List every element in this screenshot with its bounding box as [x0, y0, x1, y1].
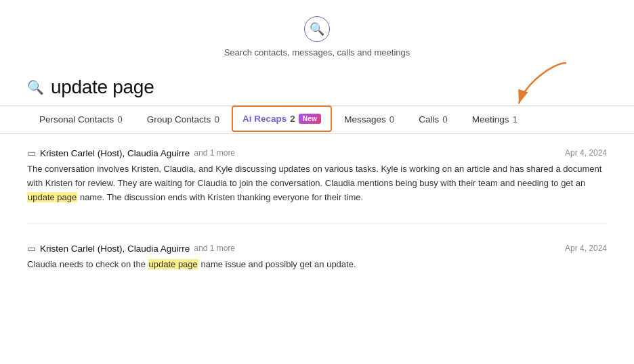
tab-personal-count: 0	[117, 114, 123, 124]
tab-calls[interactable]: Calls 0	[406, 106, 460, 134]
tab-ai-count: 2	[290, 114, 295, 124]
tab-messages[interactable]: Messages 0	[332, 106, 406, 134]
result-more: and 1 more	[194, 148, 235, 158]
body-highlight: update page	[148, 259, 198, 269]
result-item: ▭ Kristen Carlel (Host), Claudia Aguirre…	[27, 147, 607, 204]
result-date: Apr 4, 2024	[565, 148, 607, 158]
new-badge: New	[299, 114, 321, 124]
search-bar-icon: 🔍	[27, 79, 44, 95]
search-icon-circle: 🔍	[304, 16, 330, 42]
video-icon: ▭	[27, 147, 36, 158]
top-search-section: 🔍 Search contacts, messages, calls and m…	[0, 0, 634, 76]
result-more: and 1 more	[194, 244, 235, 253]
result-title-row: ▭ Kristen Carlel (Host), Claudia Aguirre…	[27, 243, 235, 254]
search-query-text: update page	[51, 76, 154, 98]
search-icon: 🔍	[310, 22, 324, 37]
result-divider	[27, 223, 607, 224]
result-date: Apr 4, 2024	[565, 244, 607, 253]
tab-calls-label: Calls	[419, 114, 439, 124]
result-title-row: ▭ Kristen Carlel (Host), Claudia Aguirre…	[27, 147, 235, 158]
tab-messages-label: Messages	[344, 114, 386, 124]
tab-personal-label: Personal Contacts	[39, 114, 114, 124]
body-highlight: update page	[27, 192, 77, 202]
result-body: The conversation involves Kristen, Claud…	[27, 162, 607, 204]
result-item: ▭ Kristen Carlel (Host), Claudia Aguirre…	[27, 243, 607, 272]
body-after: name issue and possibly get an update.	[198, 259, 356, 269]
result-name: Kristen Carlel (Host), Claudia Aguirre	[40, 244, 190, 254]
result-body: Claudia needs to check on the update pag…	[27, 258, 607, 272]
result-header: ▭ Kristen Carlel (Host), Claudia Aguirre…	[27, 243, 607, 254]
tab-group-count: 0	[214, 114, 219, 124]
body-before: Claudia needs to check on the	[27, 259, 148, 269]
tab-meetings-count: 1	[513, 114, 518, 124]
tabs-row: Personal Contacts 0 Group Contacts 0 Ai …	[0, 106, 634, 134]
tab-ai-recaps[interactable]: Ai Recaps 2 New	[232, 106, 332, 132]
tab-calls-count: 0	[442, 114, 448, 124]
tab-personal-contacts[interactable]: Personal Contacts 0	[27, 106, 135, 134]
tab-meetings[interactable]: Meetings 1	[460, 106, 530, 134]
tab-meetings-label: Meetings	[472, 114, 509, 124]
tab-group-label: Group Contacts	[147, 114, 211, 124]
results-area: ▭ Kristen Carlel (Host), Claudia Aguirre…	[0, 134, 634, 286]
result-header: ▭ Kristen Carlel (Host), Claudia Aguirre…	[27, 147, 607, 158]
body-after: name. The discussion ends with Kristen t…	[77, 192, 363, 202]
body-before: The conversation involves Kristen, Claud…	[27, 164, 601, 188]
search-bar-row: 🔍 update page	[0, 76, 634, 106]
tab-group-contacts[interactable]: Group Contacts 0	[135, 106, 232, 134]
result-name: Kristen Carlel (Host), Claudia Aguirre	[40, 148, 190, 158]
video-icon: ▭	[27, 243, 36, 254]
tab-ai-label: Ai Recaps	[242, 114, 287, 124]
tab-messages-count: 0	[389, 114, 395, 124]
search-hint: Search contacts, messages, calls and mee…	[224, 47, 410, 58]
